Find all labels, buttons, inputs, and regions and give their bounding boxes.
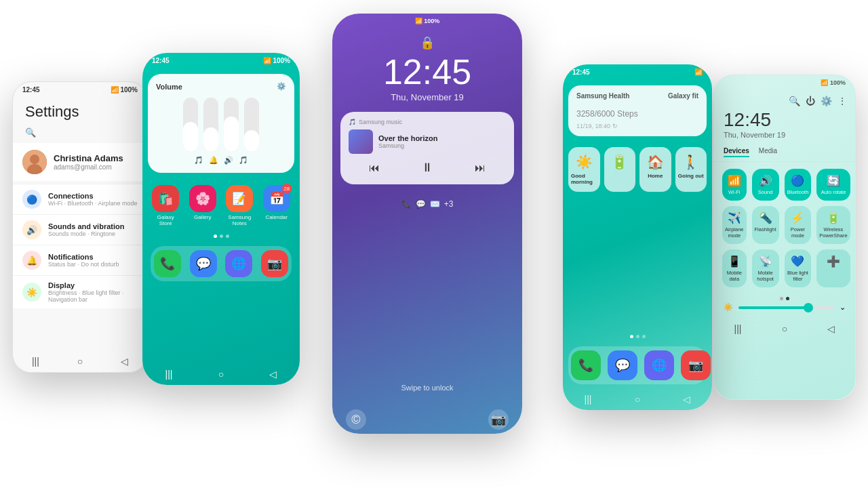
signal-2: 📶 100%	[263, 57, 290, 64]
music-title: Over the horizon	[378, 134, 437, 142]
play-pause-button[interactable]: ⏸	[421, 161, 433, 175]
settings-quick-icon[interactable]: ⚙️	[821, 96, 832, 106]
app-gallery[interactable]: 🌸 Gallery	[188, 185, 218, 226]
tile-bluelight[interactable]: 💙 Blue light filter	[785, 249, 812, 287]
search-quick-icon[interactable]: 🔍	[789, 96, 800, 106]
vol-slider-2[interactable]	[203, 98, 218, 152]
brightness-expand-icon[interactable]: ⌄	[840, 303, 846, 312]
camera-quick-icon[interactable]: 📷	[488, 409, 509, 430]
vol-slider-4[interactable]	[244, 98, 259, 152]
messages-icon: 💬	[190, 250, 217, 277]
nav-back-4[interactable]: |||	[585, 394, 592, 405]
search-icon[interactable]: 🔍	[13, 125, 147, 140]
settings-item-connections[interactable]: 🔵 Connections Wi-Fi · Bluetooth · Airpla…	[13, 184, 147, 214]
music-app-label: 🎵 Samsung music	[349, 119, 506, 125]
app-galaxy-store[interactable]: 🛍️ Galaxy Store	[151, 185, 181, 226]
tile-power[interactable]: ⚡ Power mode	[785, 206, 812, 244]
dock-messages-4[interactable]: 💬	[608, 350, 637, 380]
music-card[interactable]: 🎵 Samsung music Over the horizon Samsung…	[340, 112, 514, 184]
phone-icon: 📞	[154, 250, 181, 277]
tab-devices[interactable]: Devices	[724, 147, 749, 157]
volume-settings-icon[interactable]: ⚙️	[277, 82, 286, 91]
dock-camera-4[interactable]: 📷	[681, 350, 711, 380]
nav-back-5[interactable]: |||	[734, 323, 742, 334]
tile-bluetooth[interactable]: 🔵 Bluetooth	[785, 169, 812, 201]
airplane-icon: ✈️	[728, 211, 741, 224]
signal-1: 📶 100%	[111, 86, 138, 94]
avatar	[22, 150, 47, 174]
profile-row[interactable]: Christina Adams adams@gmail.com	[13, 143, 147, 181]
more-quick-icon[interactable]: ⋮	[837, 96, 847, 106]
shortcut-home[interactable]: 🏠 Home	[639, 147, 671, 192]
tile-airplane[interactable]: ✈️ Airplane mode	[722, 206, 747, 244]
airplane-label: Airplane mode	[725, 226, 744, 239]
phone-lockscreen: 📶 100% 🔒 12:45 Thu, November 19 🎵 Samsun…	[332, 14, 522, 434]
volume-popup: Volume ⚙️	[148, 74, 294, 173]
calendar-label: Calendar	[266, 214, 288, 220]
tile-flashlight[interactable]: 🔦 Flashlight	[752, 206, 779, 244]
next-button[interactable]: ⏭	[475, 162, 486, 174]
vol-slider-3[interactable]	[224, 98, 239, 152]
dot-h3	[642, 335, 646, 338]
tile-wifi[interactable]: 📶 Wi-Fi	[722, 169, 747, 201]
shortcut-going-out[interactable]: 🚶 Going out	[675, 147, 707, 192]
tile-rotate[interactable]: 🔄 Auto rotate	[816, 169, 850, 201]
nav-recent-4[interactable]: ◁	[683, 394, 690, 405]
nav-recent-1[interactable]: ◁	[121, 356, 128, 367]
time-1: 12:45	[22, 86, 40, 94]
connections-icon: 🔵	[22, 190, 41, 209]
tile-hotspot[interactable]: 📡 Mobile hotspot	[752, 249, 779, 287]
quick-date: Thu, November 19	[714, 131, 855, 143]
dock-internet-4[interactable]: 🌐	[644, 350, 674, 380]
tile-wireless-share[interactable]: 🔋 Wireless PowerShare	[816, 206, 850, 244]
going-out-icon: 🚶	[682, 154, 699, 170]
nav-home-2[interactable]: ○	[218, 369, 224, 380]
phone-health: 12:45 📶 Samsung Health Galaxy fit 3258/6…	[563, 64, 712, 410]
dock-phone[interactable]: 📞	[153, 250, 182, 277]
dock-internet[interactable]: 🌐	[224, 250, 254, 277]
nav-back-2[interactable]: |||	[165, 369, 173, 380]
dock-messages[interactable]: 💬	[189, 250, 218, 277]
prev-button[interactable]: ⏮	[369, 162, 380, 174]
battery-icon: 🔋	[611, 154, 628, 170]
nav-home-1[interactable]: ○	[77, 356, 83, 367]
power-quick-icon[interactable]: ⏻	[806, 96, 815, 106]
notifications-icon: 🔔	[22, 251, 41, 270]
settings-item-display[interactable]: ☀️ Display Brightness · Blue light filte…	[13, 275, 147, 308]
tile-sound[interactable]: 🔊 Sound	[752, 169, 779, 201]
flashlight-label: Flashlight	[755, 226, 776, 232]
tile-mobile-data[interactable]: 📱 Mobile data	[722, 249, 747, 287]
emergency-icon[interactable]: ©	[346, 409, 366, 430]
gallery-label: Gallery	[194, 214, 211, 220]
nav-home-4[interactable]: ○	[635, 394, 640, 405]
nav-back-1[interactable]: |||	[32, 356, 39, 367]
app-notes[interactable]: 📝 Samsung Notes	[224, 185, 255, 226]
brightness-bar[interactable]	[738, 306, 834, 309]
phone-icon-4: 📞	[571, 350, 601, 380]
signal-5: 📶 100%	[821, 79, 846, 86]
settings-item-sound[interactable]: 🔊 Sounds and vibration Sounds mode · Rin…	[13, 214, 147, 245]
vol-slider-1[interactable]	[183, 98, 198, 152]
home-label: Home	[648, 173, 663, 179]
tab-media[interactable]: Media	[759, 147, 777, 157]
power-tile-label: Power mode	[787, 226, 809, 239]
rotate-icon: 🔄	[827, 174, 840, 187]
health-device: Galaxy fit	[668, 92, 698, 100]
nav-recent-5[interactable]: ◁	[827, 323, 835, 334]
mobile-data-label: Mobile data	[725, 270, 744, 282]
swipe-text: Swipe to unlock	[401, 384, 453, 399]
brightness-thumb[interactable]	[804, 303, 813, 312]
shortcut-battery[interactable]: 🔋	[604, 147, 636, 192]
dock-phone-4[interactable]: 📞	[571, 350, 601, 380]
wireless-share-label: Wireless PowerShare	[819, 226, 847, 239]
tile-add[interactable]: ➕	[816, 249, 850, 287]
dock-camera[interactable]: 📷	[260, 250, 290, 277]
settings-item-notifications[interactable]: 🔔 Notifications Status bar · Do not dist…	[13, 245, 147, 275]
shortcut-good-morning[interactable]: ☀️ Good morning	[568, 147, 600, 192]
quick-grid: 📶 Wi-Fi 🔊 Sound 🔵 Bluetooth 🔄 Auto rotat…	[714, 162, 855, 294]
nav-home-5[interactable]: ○	[782, 323, 787, 334]
status-bar-4: 12:45 📶	[563, 64, 712, 80]
music-thumbnail	[349, 129, 373, 154]
nav-recent-2[interactable]: ◁	[269, 369, 277, 380]
app-calendar[interactable]: 📅 28 Calendar	[262, 185, 292, 226]
